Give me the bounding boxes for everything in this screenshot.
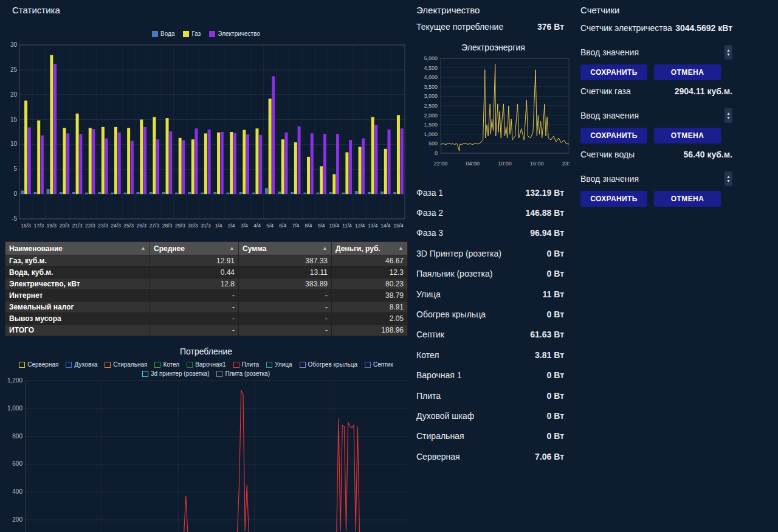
table-cell: 38.79 [332,290,408,302]
value-stepper[interactable]: ▲▼ [725,108,732,123]
svg-text:20: 20 [10,91,18,98]
svg-text:23/3: 23/3 [98,223,108,229]
power-item-label: Паяльник (розетка) [416,269,492,278]
power-item-row: Обогрев крыльца0 Вт [416,304,564,324]
value-stepper[interactable]: ▲▼ [725,45,732,60]
table-cell: 383.89 [239,278,332,290]
table-sort-header[interactable]: Среднее▲ [150,242,239,255]
svg-text:25/3: 25/3 [123,223,134,229]
cancel-button[interactable]: ОТМЕНА [654,64,721,80]
power-item-value: 0 Вт [547,391,564,401]
bar-0-4 [72,192,75,194]
sort-arrow-icon: ▲ [322,245,328,251]
cancel-button[interactable]: ОТМЕНА [654,191,721,207]
value-stepper[interactable]: ▲▼ [725,171,732,186]
row-name-cell: Электричество, кВт [5,278,150,290]
power-item-value: 132.19 Вт [526,188,565,198]
legend-label: Котел [163,361,179,368]
bar-0-8 [123,193,126,194]
table-cell: 80.23 [332,278,408,290]
legend-item[interactable]: Котел [154,361,179,368]
meters-title: Счетчики [580,5,619,15]
bar-1-20 [281,139,284,194]
legend-swatch-icon [142,371,148,377]
svg-text:16/3: 16/3 [21,223,31,229]
bar-0-20 [278,192,281,194]
stats-bar-chart: 302520151050-516/317/319/320/321/322/323… [5,39,407,235]
table-cell: - [239,302,332,313]
legend-swatch-icon [365,362,371,368]
bar-1-1 [37,120,40,194]
bar-1-7 [114,127,117,194]
power-item-label: Котел [416,350,439,360]
electricity-title: Электричество [416,5,480,15]
stepper-down-icon[interactable]: ▼ [726,116,731,120]
bar-2-0 [28,128,31,194]
legend-item[interactable]: Вода [152,30,174,37]
legend-item[interactable]: 3d принтер (розетка) [142,370,209,377]
bar-2-15 [221,132,224,194]
stepper-down-icon[interactable]: ▼ [726,52,731,57]
legend-item[interactable]: Серверная [19,361,58,368]
svg-text:4,500: 4,500 [424,65,438,71]
legend-item[interactable]: Плита [233,361,260,368]
table-sort-header[interactable]: Наименование▲ [5,242,150,255]
bar-2-9 [143,127,146,194]
legend-item[interactable]: Плита (розетка) [216,370,270,377]
legend-item[interactable]: Варочная1 [187,361,225,368]
power-item-value: 146.88 Вт [526,208,565,218]
stepper-up-icon[interactable]: ▲ [726,48,731,52]
bar-1-23 [320,166,323,194]
power-item-label: Септик [416,330,444,339]
bar-0-28 [380,192,384,194]
bar-0-7 [111,193,114,194]
table-sort-header[interactable]: Сумма▲ [239,242,332,255]
sort-arrow-icon: ▲ [398,245,404,251]
table-sort-header[interactable]: Деньги, руб.▲ [332,242,408,255]
table-row: ИТОГО--188.96 [5,325,408,336]
svg-text:5: 5 [13,165,17,172]
bar-2-11 [169,131,172,194]
current-consumption-row: Текущее потребление 376 Вт [416,22,564,32]
consumption-line-chart: 1,2001,000800600400200 [5,378,407,532]
legend-item[interactable]: Обогрев крыльца [300,361,357,368]
table-row: Интернет--38.79 [5,290,408,302]
row-name-cell: Вывоз мусора [5,313,150,325]
bar-2-26 [362,139,365,195]
legend-item[interactable]: Духовка [66,361,97,368]
save-button[interactable]: СОХРАНИТЬ [580,128,647,143]
stepper-up-icon[interactable]: ▲ [726,174,731,179]
bar-1-24 [332,174,336,194]
stepper-down-icon[interactable]: ▼ [726,179,731,183]
legend-swatch-icon [105,362,111,368]
svg-text:3/4: 3/4 [241,223,248,229]
save-button[interactable]: СОХРАНИТЬ [580,191,647,207]
legend-item[interactable]: Улица [266,361,292,368]
svg-text:4,000: 4,000 [424,74,438,80]
svg-text:27/3: 27/3 [150,223,160,229]
power-item-value: 0 Вт [547,370,564,380]
svg-text:26/3: 26/3 [136,223,146,229]
bar-0-11 [162,192,165,194]
meter-reading-row: Счетчик воды56.40 куб.м. [580,148,732,161]
legend-item[interactable]: Газ [183,30,201,37]
legend-item[interactable]: Септик [365,361,393,368]
meter-value: 2904.11 куб.м. [675,86,732,96]
power-item-label: Фаза 2 [416,208,443,218]
cancel-button[interactable]: ОТМЕНА [654,128,721,143]
save-button[interactable]: СОХРАНИТЬ [580,64,647,80]
power-item-row: Септик61.63 Вт [416,325,564,345]
bar-1-22 [307,157,310,194]
power-item-row: Котел3.81 Вт [416,345,564,365]
power-item-value: 61.63 Вт [530,330,564,339]
bar-1-26 [359,147,362,195]
row-name-cell: ИТОГО [5,325,150,336]
value-input-row: Ввод значения▲▼ [580,108,732,123]
svg-text:10:00: 10:00 [498,161,512,167]
svg-text:2,500: 2,500 [424,103,438,109]
legend-item[interactable]: Стиральная [105,361,147,368]
stepper-up-icon[interactable]: ▲ [726,111,731,116]
legend-item[interactable]: Электричество [209,30,260,37]
table-cell: - [150,290,239,302]
bar-2-20 [284,133,287,194]
